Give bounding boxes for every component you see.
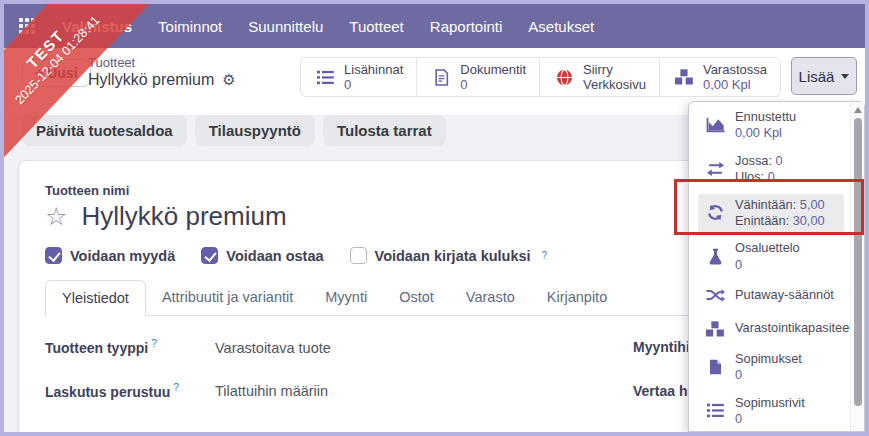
plus-icon: + bbox=[35, 65, 43, 81]
pricelist-icon bbox=[314, 70, 336, 85]
help-mark: ? bbox=[173, 382, 179, 393]
menu-item-forecasted[interactable]: Ennustettu 0,00 Kpl bbox=[698, 106, 844, 145]
refresh-icon bbox=[704, 204, 726, 221]
top-navbar: Valmistus Toiminnot Suunnittelu Tuotteet… bbox=[4, 4, 865, 48]
stat-label: Siirry bbox=[583, 62, 646, 77]
tab-yleistiedot[interactable]: Yleistiedot bbox=[45, 280, 146, 316]
action-button-row: Päivitä tuotesaldoa Tilauspyyntö Tulosta… bbox=[22, 115, 446, 146]
tab-myynti[interactable]: Myynti bbox=[309, 280, 383, 315]
list-icon bbox=[704, 403, 726, 418]
document-icon bbox=[430, 69, 452, 86]
stat-button-on-hand[interactable]: Varastossa 0,00 Kpl bbox=[660, 58, 780, 96]
field-product-type-value[interactable]: Varastoitava tuote bbox=[215, 340, 331, 356]
cubes-icon bbox=[704, 321, 726, 337]
file-icon bbox=[704, 359, 726, 375]
stat-button-documents[interactable]: Dokumentit 0 bbox=[417, 58, 540, 96]
stat-value: 0 bbox=[344, 77, 403, 92]
exchange-arrows-icon bbox=[704, 162, 726, 176]
menu-item-bill-of-materials[interactable]: Osaluettelo 0 bbox=[698, 237, 844, 276]
nav-item-asetukset[interactable]: Asetukset bbox=[528, 18, 594, 35]
breadcrumb-current: Hyllykkö premium bbox=[88, 71, 214, 89]
cubes-icon bbox=[673, 69, 695, 85]
stat-value: 0 bbox=[460, 77, 526, 92]
menu-item-contracts[interactable]: Sopimukset 0 bbox=[698, 348, 844, 387]
update-quantity-button[interactable]: Päivitä tuotesaldoa bbox=[22, 115, 187, 146]
scrollbar-thumb[interactable] bbox=[854, 118, 862, 406]
stat-button-website[interactable]: Siirry Verkkosivu bbox=[540, 58, 660, 96]
tab-varasto[interactable]: Varasto bbox=[450, 280, 531, 315]
field-invoicing-policy: Laskutus perustuu? Tilattuihin määriin bbox=[45, 382, 615, 400]
menu-item-putaway-rules[interactable]: Putaway-säännöt bbox=[698, 281, 844, 309]
nav-item-tuotteet[interactable]: Tuotteet bbox=[349, 18, 403, 35]
breadcrumb-parent[interactable]: Tuotteet bbox=[88, 55, 236, 70]
stat-label: Varastossa bbox=[703, 62, 767, 77]
checkbox-icon[interactable] bbox=[350, 247, 367, 264]
stat-value: Verkkosivu bbox=[583, 77, 646, 92]
checkbox-icon[interactable] bbox=[201, 247, 218, 264]
stat-button-group: Lisähinnat 0 Dokumentit 0 Siirry bbox=[300, 57, 781, 97]
stat-label: Dokumentit bbox=[460, 62, 526, 77]
more-dropdown-menu: Ennustettu 0,00 Kpl Jossa: 0 Ulos: 0 Väh… bbox=[688, 101, 865, 432]
app-name[interactable]: Valmistus bbox=[62, 18, 132, 35]
app-window: Valmistus Toiminnot Suunnittelu Tuotteet… bbox=[0, 0, 869, 436]
breadcrumb: Tuotteet Hyllykkö premium ⚙ bbox=[88, 55, 236, 89]
chevron-down-icon bbox=[841, 74, 849, 79]
scroll-up-arrow-icon[interactable] bbox=[854, 107, 862, 113]
apps-grid-icon[interactable] bbox=[18, 17, 36, 35]
checkbox-can-be-purchased[interactable]: Voidaan ostaa bbox=[201, 247, 323, 264]
nav-item-suunnittelu[interactable]: Suunnittelu bbox=[248, 18, 323, 35]
stat-value: 0,00 Kpl bbox=[703, 77, 767, 92]
field-product-type: Tuotteen tyyppi? Varastoitava tuote bbox=[45, 338, 615, 356]
tab-attribuutit-ja-variantit[interactable]: Attribuutit ja variantit bbox=[146, 280, 309, 315]
menu-item-storage-capacities[interactable]: Varastointikapasiteetti bbox=[698, 314, 844, 342]
product-name-value[interactable]: Hyllykkö premium bbox=[81, 201, 286, 232]
menu-item-contract-lines[interactable]: Sopimusrivit 0 bbox=[698, 392, 844, 431]
favorite-star-icon[interactable]: ☆ bbox=[45, 204, 67, 229]
checkbox-can-be-sold[interactable]: Voidaan myydä bbox=[45, 247, 175, 264]
flask-icon bbox=[704, 248, 726, 265]
area-chart-icon bbox=[704, 117, 726, 133]
gear-icon[interactable]: ⚙ bbox=[222, 71, 235, 89]
replenish-button[interactable]: Tilauspyyntö bbox=[195, 115, 315, 146]
menu-item-reordering-rules[interactable]: Vähintään: 5,00 Enintään: 30,00 bbox=[698, 194, 844, 233]
stat-label: Lisähinnat bbox=[344, 62, 403, 77]
nav-item-raportointi[interactable]: Raportointi bbox=[430, 18, 503, 35]
field-invoicing-policy-value[interactable]: Tilattuihin määriin bbox=[215, 383, 328, 399]
menu-item-in-out[interactable]: Jossa: 0 Ulos: 0 bbox=[698, 150, 844, 189]
globe-icon bbox=[553, 69, 575, 86]
shuffle-icon bbox=[704, 288, 726, 302]
nav-item-toiminnot[interactable]: Toiminnot bbox=[158, 18, 222, 35]
stat-button-pricelists[interactable]: Lisähinnat 0 bbox=[301, 58, 417, 96]
tab-kirjanpito[interactable]: Kirjanpito bbox=[531, 280, 623, 315]
tab-ostot[interactable]: Ostot bbox=[383, 280, 450, 315]
checkbox-can-be-expensed[interactable]: Voidaan kirjata kuluksi ? bbox=[350, 247, 548, 264]
dropdown-scrollbar[interactable] bbox=[850, 102, 864, 431]
checkbox-icon[interactable] bbox=[45, 247, 62, 264]
new-record-button[interactable]: +Uusi bbox=[22, 59, 91, 87]
help-mark: ? bbox=[542, 250, 548, 261]
print-labels-button[interactable]: Tulosta tarrat bbox=[323, 115, 446, 146]
help-mark: ? bbox=[151, 338, 157, 349]
more-dropdown-button[interactable]: Lisää bbox=[791, 57, 857, 95]
